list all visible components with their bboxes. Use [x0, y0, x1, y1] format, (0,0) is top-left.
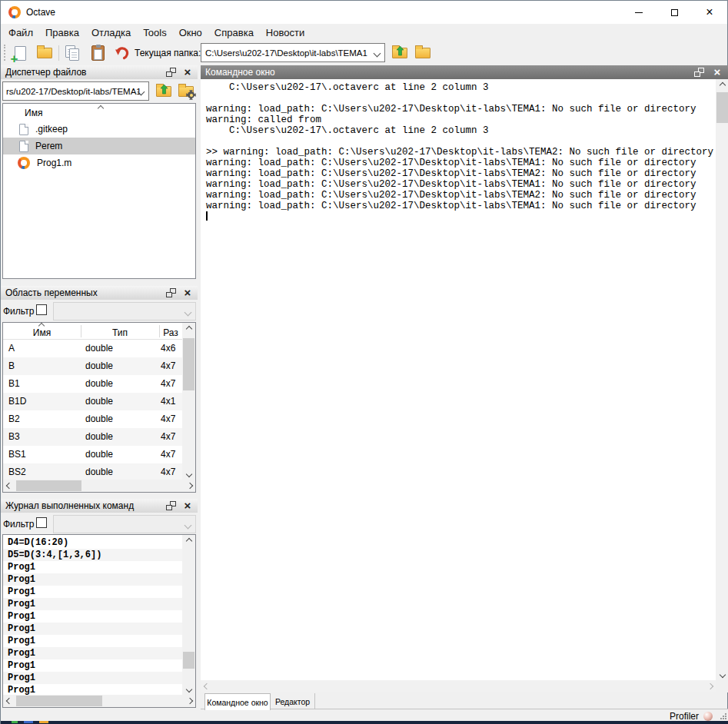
horizontal-scrollbar[interactable]: [201, 680, 716, 692]
history-item[interactable]: D5=D(3:4,[1,3,6]): [3, 549, 182, 561]
current-dir-label: Текущая папка:: [135, 48, 201, 58]
file-row[interactable]: Perem: [3, 138, 195, 154]
variable-row[interactable]: B1Ddouble4x1: [3, 393, 182, 410]
profiler-status-icon[interactable]: [703, 712, 713, 721]
history-item[interactable]: Prog1: [3, 623, 182, 635]
file-name: Prog1.m: [37, 158, 71, 168]
variable-row[interactable]: Adouble4x6: [3, 340, 182, 357]
vertical-scrollbar[interactable]: [716, 79, 728, 680]
variable-name: BS1: [8, 449, 26, 460]
fb-dir-up-button[interactable]: [154, 81, 174, 101]
variable-row[interactable]: BS1double4x7: [3, 446, 182, 463]
undock-icon[interactable]: [166, 288, 176, 297]
variable-name: BS2: [8, 467, 26, 477]
variable-row[interactable]: Bdouble4x7: [3, 357, 182, 375]
fb-actions-button[interactable]: [176, 81, 196, 101]
browse-dir-button[interactable]: [413, 43, 433, 63]
column-header-0[interactable]: Имя: [3, 327, 81, 338]
file-browser-path: rs/u202-17/Desktop/it-labs/TEMA1: [6, 87, 141, 96]
undock-icon[interactable]: [694, 68, 704, 77]
horizontal-scrollbar[interactable]: [3, 695, 195, 707]
tab-command-window[interactable]: Командное окно: [204, 693, 271, 710]
menu-window[interactable]: Окно: [173, 24, 208, 41]
menu-tools[interactable]: Tools: [137, 24, 172, 41]
variables-table-header[interactable]: ИмяТипРаз: [3, 323, 182, 340]
maximize-button[interactable]: [657, 1, 692, 24]
toolbar-grip[interactable]: [4, 45, 6, 61]
console-area[interactable]: C:\Users\u202-17\.octaverc at line 2 col…: [201, 79, 716, 680]
taskbar-icon-sliver: [12, 721, 18, 723]
resize-grip[interactable]: [720, 713, 726, 719]
variable-type: double: [85, 449, 113, 460]
filter-combobox[interactable]: [53, 515, 196, 533]
history-item[interactable]: Prog1: [3, 598, 182, 610]
variable-size: 4x1: [161, 396, 175, 407]
copy-button[interactable]: [63, 43, 83, 63]
variable-row[interactable]: B1double4x7: [3, 375, 182, 393]
menu-help[interactable]: Справка: [208, 24, 260, 41]
chevron-down-icon: [374, 50, 381, 58]
filter-checkbox[interactable]: [36, 304, 47, 315]
history-item[interactable]: Prog1: [3, 586, 182, 598]
history-item[interactable]: Prog1: [3, 672, 182, 684]
variable-row[interactable]: B3double4x7: [3, 428, 182, 446]
variable-type: double: [85, 378, 113, 389]
new-script-button[interactable]: +: [10, 43, 30, 63]
close-panel-icon[interactable]: ×: [712, 66, 723, 78]
open-file-button[interactable]: [35, 43, 55, 63]
filter-label: Фильтр: [3, 519, 34, 530]
horizontal-scrollbar[interactable]: [3, 480, 195, 492]
console-line: warning: load_path: C:\Users\u202-17\Des…: [206, 201, 713, 211]
undock-icon[interactable]: [166, 501, 176, 510]
file-list-header[interactable]: Имя: [3, 104, 195, 121]
close-button[interactable]: ×: [692, 1, 727, 24]
minimize-button[interactable]: [621, 1, 657, 24]
variable-name: B: [8, 360, 15, 371]
command-window-panel: Командное окно × C:\Users\u202-17\.octav…: [201, 65, 728, 692]
variable-row[interactable]: BS2double4x7: [3, 463, 182, 481]
undo-button[interactable]: [112, 43, 132, 63]
menu-edit[interactable]: Правка: [39, 24, 85, 41]
history-item[interactable]: Prog1: [3, 659, 182, 672]
console-line: warning: load_path: C:\Users\u202-17\Des…: [206, 179, 713, 190]
file-browser-panel: Диспетчер файлов × rs/u202-17/Desktop/it…: [1, 65, 198, 281]
close-panel-icon[interactable]: ×: [182, 287, 193, 299]
close-panel-icon[interactable]: ×: [182, 500, 193, 512]
variable-row[interactable]: B2double4x7: [3, 410, 182, 428]
history-item[interactable]: D4=D(16:20): [3, 536, 182, 549]
vertical-scrollbar[interactable]: [182, 535, 195, 695]
undock-icon[interactable]: [166, 68, 176, 77]
menu-debug[interactable]: Отладка: [85, 24, 137, 41]
folder-gear-icon: [178, 86, 194, 97]
history-item[interactable]: Prog1: [3, 635, 182, 647]
window-title: Octave: [26, 7, 55, 18]
close-panel-icon[interactable]: ×: [182, 66, 193, 78]
history-item[interactable]: Prog1: [3, 610, 182, 623]
menu-news[interactable]: Новости: [260, 24, 311, 41]
history-item[interactable]: Prog1: [3, 647, 182, 659]
tab-editor[interactable]: Редактор: [271, 693, 315, 709]
variable-type: double: [85, 396, 113, 407]
filter-combobox[interactable]: [53, 302, 196, 320]
file-row[interactable]: Prog1.m: [3, 154, 195, 171]
current-dir-value: C:\Users\u202-17\Desktop\it-labs\TEMA1: [205, 48, 367, 58]
open-folder-icon: [37, 48, 52, 58]
header-separator: [81, 325, 81, 337]
copy-icon: [65, 45, 81, 61]
current-dir-combobox[interactable]: C:\Users\u202-17\Desktop\it-labs\TEMA1: [201, 43, 385, 62]
paste-button[interactable]: [88, 43, 108, 63]
menu-file[interactable]: Файл: [2, 24, 39, 41]
file-browser-path-combobox[interactable]: rs/u202-17/Desktop/it-labs/TEMA1: [2, 81, 149, 101]
vertical-scrollbar[interactable]: [182, 323, 195, 480]
filter-checkbox[interactable]: [36, 517, 47, 528]
minimize-icon: [635, 12, 643, 13]
history-item[interactable]: Prog1: [3, 573, 182, 586]
history-item[interactable]: Prog1: [3, 561, 182, 573]
octave-logo-icon: [8, 6, 21, 18]
column-header-2[interactable]: Раз: [159, 327, 182, 338]
file-row[interactable]: .gitkeep: [3, 121, 195, 138]
column-header-1[interactable]: Тип: [81, 327, 159, 338]
dir-up-button[interactable]: [390, 43, 410, 63]
windows-taskbar-edge: [1, 721, 728, 724]
file-browser-title-bar: Диспетчер файлов ×: [1, 65, 198, 79]
